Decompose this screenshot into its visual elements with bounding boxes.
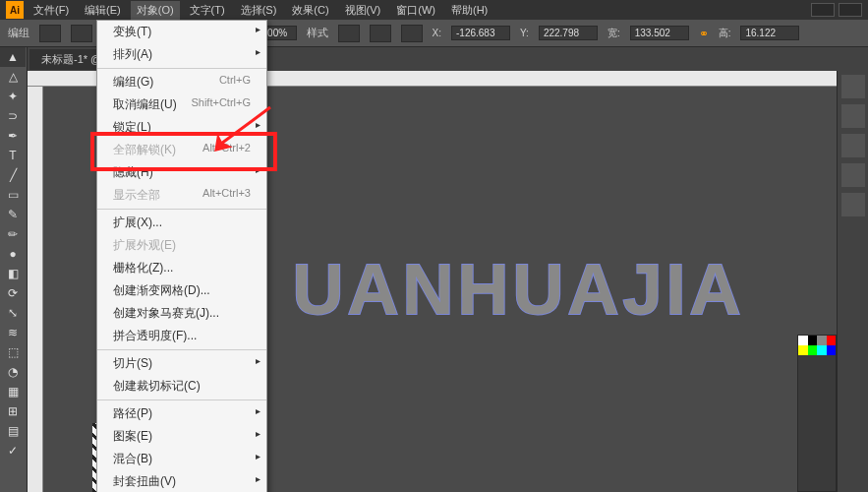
rotate-tool[interactable]: ⟳: [0, 283, 26, 303]
h-label: 高:: [719, 27, 731, 40]
rectangle-tool[interactable]: ▭: [0, 185, 26, 205]
mesh-tool[interactable]: ⊞: [0, 401, 26, 421]
menu-item-15[interactable]: 拼合透明度(F)...: [97, 325, 266, 347]
scale-tool[interactable]: ⤡: [0, 303, 26, 323]
menu-view[interactable]: 视图(V): [339, 1, 387, 20]
object-menu-dropdown: 变换(T)排列(A)编组(G)Ctrl+G取消编组(U)Shift+Ctrl+G…: [96, 20, 267, 492]
style-dropdown[interactable]: [338, 25, 360, 42]
app-logo: Ai: [6, 1, 24, 19]
type-tool[interactable]: T: [0, 146, 26, 165]
menu-item-18[interactable]: 创建裁切标记(C): [97, 375, 266, 398]
menu-bar: Ai 文件(F) 编辑(E) 对象(O) 文字(T) 选择(S) 效果(C) 视…: [0, 0, 868, 20]
menu-effect[interactable]: 效果(C): [286, 1, 334, 20]
text-artwork[interactable]: UANHUAJIA: [292, 249, 744, 330]
layout-icon[interactable]: [811, 3, 835, 17]
width-tool[interactable]: ≋: [0, 323, 26, 342]
stroke-panel-icon[interactable]: [841, 193, 865, 216]
w-label: 宽:: [608, 27, 620, 40]
shape-builder-tool[interactable]: ◔: [0, 362, 26, 382]
color-panel-icon[interactable]: [841, 75, 865, 98]
symbols-panel-icon[interactable]: [841, 163, 865, 187]
menu-item-20[interactable]: 路径(P): [97, 402, 266, 425]
menu-item-7[interactable]: 隐藏(H): [97, 161, 266, 184]
menu-item-0[interactable]: 变换(T): [97, 21, 266, 43]
perspective-grid-tool[interactable]: ▦: [0, 382, 26, 401]
link-icon[interactable]: ⚭: [699, 27, 709, 40]
fill-swatch[interactable]: [39, 25, 61, 42]
menu-help[interactable]: 帮助(H): [445, 1, 493, 20]
brushes-panel-icon[interactable]: [841, 134, 865, 157]
menu-item-5[interactable]: 锁定(L): [97, 116, 266, 139]
workspace-icon[interactable]: [839, 3, 862, 17]
blob-brush-tool[interactable]: ●: [0, 244, 26, 264]
selection-type-label: 编组: [8, 26, 29, 40]
eyedropper-tool[interactable]: ✓: [0, 441, 26, 461]
menu-item-12[interactable]: 栅格化(Z)...: [97, 257, 266, 279]
align-icon[interactable]: [370, 25, 391, 42]
gradient-tool[interactable]: ▤: [0, 421, 26, 441]
right-panel-dock: [837, 71, 868, 492]
menu-item-22[interactable]: 混合(B): [97, 448, 266, 470]
menu-item-11: 扩展外观(E): [97, 234, 266, 257]
pencil-tool[interactable]: ✏: [0, 224, 26, 244]
line-tool[interactable]: ╱: [0, 165, 26, 185]
w-input[interactable]: [630, 26, 689, 40]
magic-wand-tool[interactable]: ✦: [0, 87, 26, 106]
y-input[interactable]: [539, 26, 598, 40]
menu-file[interactable]: 文件(F): [28, 1, 75, 20]
h-input[interactable]: [740, 26, 799, 40]
swatches-panel[interactable]: [797, 335, 837, 492]
transform-icon[interactable]: [401, 25, 423, 42]
menu-item-21[interactable]: 图案(E): [97, 425, 266, 448]
tool-panel: ▲ △ ✦ ⊃ ✒ T ╱ ▭ ✎ ✏ ● ◧ ⟳ ⤡ ≋ ⬚ ◔ ▦ ⊞ ▤ …: [0, 47, 28, 492]
stroke-swatch[interactable]: [71, 25, 92, 42]
menu-item-8: 显示全部Alt+Ctrl+3: [97, 184, 266, 207]
direct-selection-tool[interactable]: △: [0, 67, 26, 87]
swatches-panel-icon[interactable]: [841, 104, 865, 128]
menu-object[interactable]: 对象(O): [131, 1, 180, 20]
menu-item-1[interactable]: 排列(A): [97, 43, 266, 66]
vertical-ruler: [28, 87, 43, 492]
menu-edit[interactable]: 编辑(E): [79, 1, 127, 20]
menu-item-10[interactable]: 扩展(X)...: [97, 212, 266, 234]
free-transform-tool[interactable]: ⬚: [0, 342, 26, 362]
pen-tool[interactable]: ✒: [0, 126, 26, 146]
x-label: X:: [433, 28, 441, 38]
y-label: Y:: [520, 28, 529, 38]
style-label: 样式: [307, 26, 328, 40]
eraser-tool[interactable]: ◧: [0, 264, 26, 283]
menu-select[interactable]: 选择(S): [235, 1, 283, 20]
menu-item-4[interactable]: 取消编组(U)Shift+Ctrl+G: [97, 93, 266, 116]
selection-tool[interactable]: ▲: [0, 47, 26, 67]
menu-item-6: 全部解锁(K)Alt+Ctrl+2: [97, 139, 266, 161]
menu-item-13[interactable]: 创建渐变网格(D)...: [97, 279, 266, 302]
menu-item-3[interactable]: 编组(G)Ctrl+G: [97, 71, 266, 93]
menu-item-17[interactable]: 切片(S): [97, 352, 266, 375]
menu-window[interactable]: 窗口(W): [390, 1, 441, 20]
paintbrush-tool[interactable]: ✎: [0, 205, 26, 224]
menu-item-14[interactable]: 创建对象马赛克(J)...: [97, 302, 266, 325]
lasso-tool[interactable]: ⊃: [0, 106, 26, 126]
x-input[interactable]: [451, 26, 510, 40]
menu-text[interactable]: 文字(T): [184, 1, 231, 20]
menu-item-23[interactable]: 封套扭曲(V): [97, 470, 266, 492]
